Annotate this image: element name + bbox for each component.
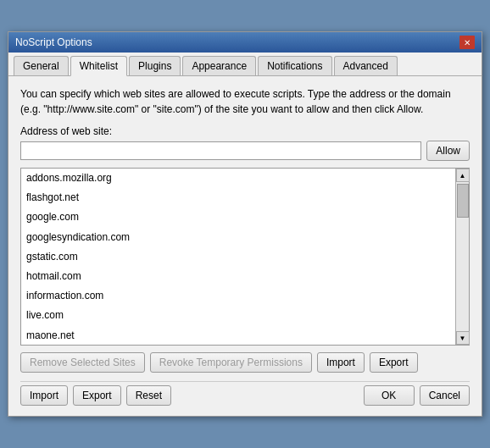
action-row: Remove Selected Sites Revoke Temporary P… <box>20 352 470 373</box>
close-button[interactable]: ✕ <box>459 36 475 49</box>
revoke-permissions-button[interactable]: Revoke Temporary Permissions <box>150 352 312 373</box>
list-item[interactable]: flashgot.net <box>21 188 455 207</box>
export-button-top[interactable]: Export <box>370 352 418 373</box>
scroll-thumb[interactable] <box>457 184 469 218</box>
tab-bar: General Whitelist Plugins Appearance Not… <box>8 53 482 76</box>
tab-general[interactable]: General <box>14 56 69 75</box>
cancel-button[interactable]: Cancel <box>420 385 470 406</box>
address-input[interactable] <box>20 141 421 160</box>
sites-list-container: addons.mozilla.orgflashgot.netgoogle.com… <box>20 168 470 346</box>
reset-button[interactable]: Reset <box>126 385 171 406</box>
import-button-top[interactable]: Import <box>317 352 365 373</box>
allow-button[interactable]: Allow <box>426 141 470 161</box>
address-label: Address of web site: <box>20 125 470 137</box>
list-item[interactable]: googlesyndication.com <box>21 228 455 247</box>
tab-advanced[interactable]: Advanced <box>334 56 398 75</box>
scroll-up-button[interactable]: ▲ <box>456 169 470 182</box>
whitelist-description: You can specify which web sites are allo… <box>20 86 470 117</box>
import-button-bottom[interactable]: Import <box>20 385 68 406</box>
titlebar: NoScript Options ✕ <box>8 32 482 53</box>
bottom-right-buttons: OK Cancel <box>364 385 470 406</box>
tab-whitelist[interactable]: Whitelist <box>70 56 127 76</box>
list-item[interactable]: hotmail.com <box>21 267 455 286</box>
remove-sites-button[interactable]: Remove Selected Sites <box>20 352 145 373</box>
options-window: NoScript Options ✕ General Whitelist Plu… <box>8 31 482 417</box>
scrollbar[interactable]: ▲ ▼ <box>455 169 469 345</box>
list-item[interactable]: google.com <box>21 207 455 227</box>
list-item[interactable]: informaction.com <box>21 286 455 306</box>
ok-button[interactable]: OK <box>364 385 415 406</box>
list-item[interactable]: live.com <box>21 306 455 325</box>
address-row: Allow <box>20 141 470 161</box>
window-title: NoScript Options <box>15 36 92 48</box>
bottom-left-buttons: Import Export Reset <box>20 385 171 406</box>
scroll-down-button[interactable]: ▼ <box>456 331 470 345</box>
tab-notifications[interactable]: Notifications <box>258 56 331 75</box>
list-item[interactable]: gstatic.com <box>21 247 455 267</box>
export-button-bottom[interactable]: Export <box>73 385 121 406</box>
whitelist-panel: You can specify which web sites are allo… <box>8 76 482 416</box>
tab-plugins[interactable]: Plugins <box>129 56 181 75</box>
tab-appearance[interactable]: Appearance <box>182 56 256 75</box>
bottom-row: Import Export Reset OK Cancel <box>20 381 470 406</box>
list-item[interactable]: addons.mozilla.org <box>21 169 455 188</box>
sites-list: addons.mozilla.orgflashgot.netgoogle.com… <box>21 169 455 345</box>
list-item[interactable]: maone.net <box>21 326 455 346</box>
